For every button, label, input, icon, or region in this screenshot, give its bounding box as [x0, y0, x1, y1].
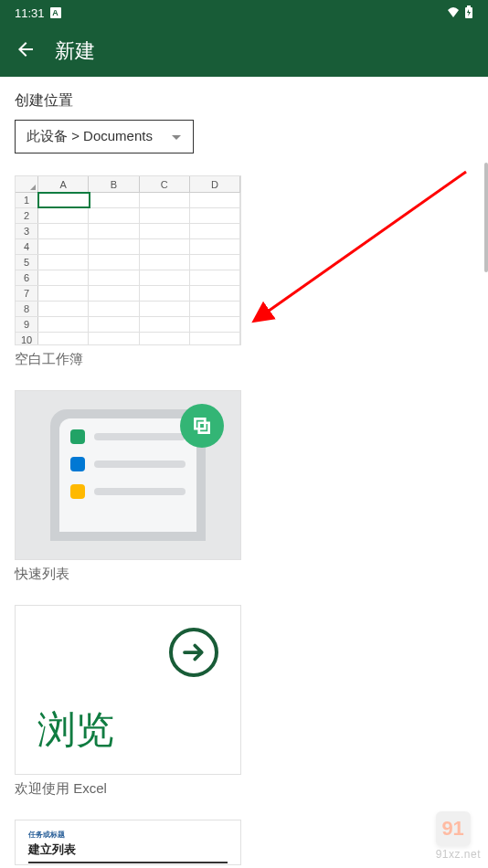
status-time: 11:31: [15, 6, 45, 20]
back-arrow-icon[interactable]: [15, 38, 37, 64]
selected-cell-a1: [37, 192, 90, 208]
status-bar: 11:31 A: [0, 0, 488, 26]
page-title: 新建: [55, 37, 95, 65]
col-header-d: D: [190, 176, 240, 192]
battery-icon: [464, 5, 473, 21]
build-list-subtitle: 任务或标题: [28, 830, 228, 840]
template-build-list[interactable]: 任务或标题 建立列表: [15, 820, 473, 865]
wifi-icon: [446, 6, 461, 20]
app-header: 新建: [0, 26, 488, 77]
bullet-icon: [70, 484, 85, 499]
select-all-cell: [16, 176, 38, 192]
build-list-title: 建立列表: [28, 842, 228, 858]
template-quick-list[interactable]: 快速列表: [15, 390, 473, 583]
welcome-excel-thumbnail: 浏览: [15, 605, 241, 775]
col-header-a: A: [38, 176, 89, 192]
build-list-thumbnail: 任务或标题 建立列表: [15, 820, 241, 865]
template-blank-workbook[interactable]: A B C D 1 2 3 4 5 6 7 8 9 10 空白: [15, 175, 473, 368]
bullet-icon: [70, 457, 85, 471]
quick-list-thumbnail: [15, 390, 241, 560]
scrollbar[interactable]: [484, 163, 488, 272]
col-header-b: B: [89, 176, 139, 192]
svg-rect-1: [467, 5, 471, 7]
location-value: 此设备 > Documents: [27, 128, 153, 145]
watermark: 91 91xz.net: [436, 811, 481, 861]
col-header-c: C: [140, 176, 190, 192]
stack-icon: [180, 404, 224, 448]
quick-list-label: 快速列表: [15, 566, 473, 583]
location-label: 创建位置: [15, 91, 473, 111]
template-welcome-excel[interactable]: 浏览 欢迎使用 Excel: [15, 605, 473, 798]
watermark-logo: 91: [436, 811, 471, 846]
watermark-text: 91xz.net: [436, 848, 481, 861]
blank-workbook-label: 空白工作簿: [15, 351, 473, 368]
notification-icon: A: [50, 7, 61, 18]
browse-text: 浏览: [37, 704, 114, 756]
blank-workbook-thumbnail: A B C D 1 2 3 4 5 6 7 8 9 10: [15, 175, 241, 345]
welcome-excel-label: 欢迎使用 Excel: [15, 780, 473, 798]
bullet-icon: [70, 429, 85, 444]
chevron-down-icon: [171, 129, 182, 145]
arrow-right-circle-icon: [169, 628, 218, 677]
location-dropdown[interactable]: 此设备 > Documents: [15, 120, 194, 153]
